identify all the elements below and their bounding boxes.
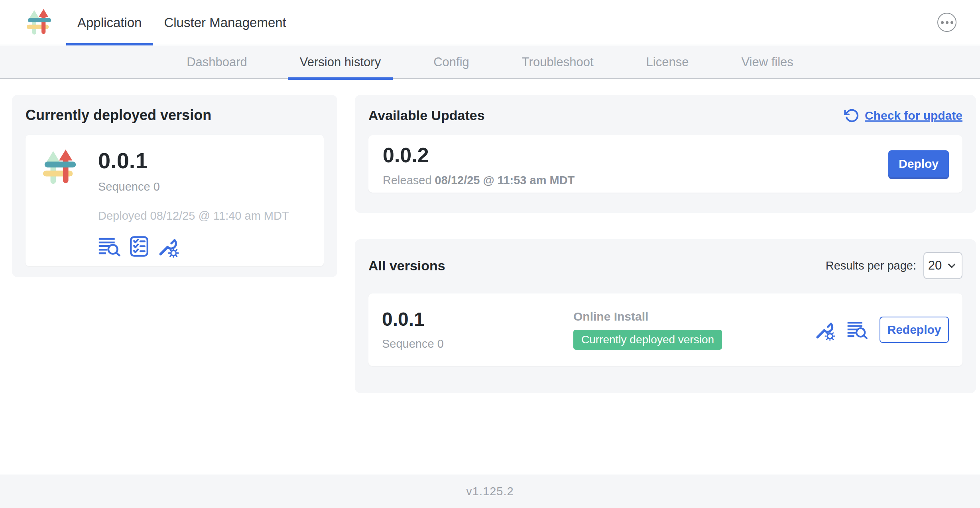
- page-footer: v1.125.2: [0, 475, 980, 508]
- tab-version-history[interactable]: Version history: [288, 45, 393, 79]
- deployed-actions: [98, 235, 289, 258]
- chevron-down-icon: [946, 260, 958, 272]
- tab-view-files-label: View files: [741, 55, 793, 69]
- version-row-actions: Redeploy: [814, 317, 949, 343]
- app-logo-icon: [41, 148, 79, 187]
- tab-view-files[interactable]: View files: [729, 45, 805, 79]
- console-version: v1.125.2: [466, 485, 514, 498]
- version-row-info: 0.0.1 Sequence 0: [382, 309, 573, 350]
- refresh-icon: [844, 108, 859, 123]
- checklist-icon[interactable]: [129, 236, 149, 257]
- available-updates-title: Available Updates: [368, 108, 485, 123]
- tab-application-label: Application: [77, 15, 142, 30]
- tab-dashboard[interactable]: Dashboard: [175, 45, 259, 79]
- ellipsis-icon: [941, 21, 944, 24]
- top-navbar: Application Cluster Management: [0, 0, 980, 45]
- released-prefix: Released: [383, 174, 435, 187]
- wrench-gear-icon[interactable]: [814, 319, 836, 341]
- tab-troubleshoot[interactable]: Troubleshoot: [510, 45, 606, 79]
- install-type-label: Online Install: [573, 310, 722, 323]
- admin-console-page: Application Cluster Management Dashboard…: [0, 0, 980, 508]
- version-row-status: Online Install Currently deployed versio…: [573, 310, 722, 350]
- available-updates-header: Available Updates Check for update: [368, 108, 962, 123]
- deployed-sequence: Sequence 0: [98, 180, 289, 193]
- update-released-timestamp: Released 08/12/25 @ 11:53 am MDT: [383, 174, 948, 187]
- released-date: 08/12/25 @ 11:53 am MDT: [435, 174, 575, 187]
- results-per-page: Results per page: 20: [826, 252, 962, 279]
- version-row-number: 0.0.1: [382, 309, 573, 330]
- all-versions-header: All versions Results per page: 20: [368, 252, 962, 279]
- version-row-sequence: Sequence 0: [382, 337, 573, 350]
- wrench-gear-icon[interactable]: [157, 235, 179, 258]
- tab-cluster-management-label: Cluster Management: [164, 15, 286, 30]
- header-tabs: Application Cluster Management: [66, 0, 297, 45]
- app-logo-icon: [26, 8, 53, 37]
- version-row: 0.0.1 Sequence 0 Online Install Currentl…: [368, 293, 962, 366]
- deployed-version-number: 0.0.1: [98, 148, 289, 173]
- update-row: 0.0.2 Released 08/12/25 @ 11:53 am MDT D…: [368, 135, 962, 193]
- tab-config[interactable]: Config: [421, 45, 481, 79]
- currently-deployed-title: Currently deployed version: [26, 107, 324, 124]
- log-search-icon[interactable]: [98, 236, 121, 256]
- check-for-update-label: Check for update: [865, 109, 962, 122]
- tab-config-label: Config: [433, 55, 469, 69]
- all-versions-section: All versions Results per page: 20 0.0.1 …: [355, 239, 976, 393]
- tab-license[interactable]: License: [634, 45, 701, 79]
- available-updates-section: Available Updates Check for update 0.0.2…: [355, 95, 976, 213]
- currently-deployed-section: Currently deployed version 0.0.1 Sequenc…: [12, 95, 337, 277]
- tab-license-label: License: [646, 55, 689, 69]
- redeploy-button[interactable]: Redeploy: [880, 317, 949, 343]
- results-per-page-value: 20: [928, 258, 942, 273]
- results-per-page-label: Results per page:: [826, 259, 916, 272]
- more-menu-button[interactable]: [937, 13, 956, 32]
- deploy-button[interactable]: Deploy: [888, 150, 949, 177]
- deployed-version-info: 0.0.1 Sequence 0 Deployed 08/12/25 @ 11:…: [98, 148, 289, 253]
- results-per-page-select[interactable]: 20: [923, 252, 962, 279]
- tab-application[interactable]: Application: [66, 0, 153, 45]
- all-versions-title: All versions: [368, 258, 445, 274]
- check-for-update-link[interactable]: Check for update: [844, 108, 962, 123]
- log-search-icon[interactable]: [847, 321, 868, 339]
- tab-troubleshoot-label: Troubleshoot: [522, 55, 594, 69]
- tab-dashboard-label: Dashboard: [187, 55, 247, 69]
- tab-cluster-management[interactable]: Cluster Management: [153, 0, 297, 45]
- currently-deployed-badge: Currently deployed version: [573, 330, 722, 350]
- update-version-number: 0.0.2: [383, 144, 948, 167]
- app-subnav: Dashboard Version history Config Trouble…: [0, 45, 980, 79]
- deployed-timestamp: Deployed 08/12/25 @ 11:40 am MDT: [98, 209, 289, 222]
- deployed-version-card: 0.0.1 Sequence 0 Deployed 08/12/25 @ 11:…: [26, 135, 324, 266]
- tab-version-history-label: Version history: [300, 55, 381, 69]
